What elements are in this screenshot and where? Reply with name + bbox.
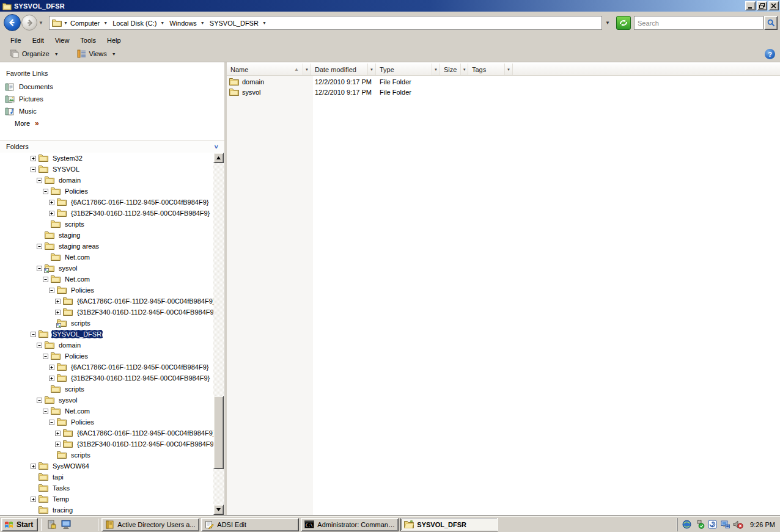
tree-item[interactable]: Tasks	[0, 483, 213, 494]
expand-plus-icon[interactable]	[31, 464, 36, 469]
tree-item-label[interactable]: {31B2F340-016D-11D2-945F-00C04FB984F9}	[70, 209, 211, 217]
tree-item[interactable]: scripts	[0, 384, 213, 395]
breadcrumb-dropdown-icon[interactable]: ▼	[262, 21, 267, 25]
tree-item[interactable]: Temp	[0, 494, 213, 505]
collapse-minus-icon[interactable]	[31, 167, 36, 172]
tree-item-label[interactable]: scripts	[70, 319, 92, 327]
collapse-minus-icon[interactable]	[43, 409, 48, 414]
server-manager-icon[interactable]	[45, 519, 58, 531]
tree-item[interactable]: tracing	[0, 505, 213, 515]
safely-remove-hardware-icon[interactable]	[694, 519, 705, 530]
column-filter-dropdown-icon[interactable]: ▼	[504, 64, 512, 75]
scroll-down-icon[interactable]	[213, 505, 224, 515]
recent-pages-dropdown-icon[interactable]: ▼	[39, 20, 43, 26]
forward-button[interactable]	[21, 15, 37, 31]
tree-item[interactable]: {31B2F340-016D-11D2-945F-00C04FB984F9}	[0, 373, 213, 384]
tree-item[interactable]: sysvol	[0, 263, 213, 274]
breadcrumb-item[interactable]: Computer▼	[68, 20, 110, 27]
expand-plus-icon[interactable]	[31, 497, 36, 502]
tree-item-label[interactable]: tapi	[51, 473, 65, 481]
collapse-minus-icon[interactable]	[37, 398, 42, 403]
tree-item-label[interactable]: sysvol	[57, 264, 79, 272]
collapse-minus-icon[interactable]	[37, 266, 42, 271]
tree-item[interactable]: SysWOW64	[0, 461, 213, 472]
search-button[interactable]	[764, 16, 778, 30]
favorite-links-more[interactable]: More»	[0, 117, 224, 129]
tree-item-label[interactable]: sysvol	[57, 396, 79, 404]
menu-view[interactable]: View	[50, 35, 75, 45]
breadcrumb-dropdown-icon[interactable]: ▼	[64, 21, 68, 25]
tree-item[interactable]: {6AC1786C-016F-11D2-945F-00C04fB984F9}	[0, 197, 213, 208]
tree-item[interactable]: Policies	[0, 351, 213, 362]
breadcrumb-dropdown-icon[interactable]: ▼	[160, 21, 164, 25]
tree-item[interactable]: Net.com	[0, 252, 213, 263]
collapse-minus-icon[interactable]	[49, 420, 54, 425]
tree-item[interactable]: domain	[0, 340, 213, 351]
tree-item[interactable]: Net.com	[0, 274, 213, 285]
collapse-minus-icon[interactable]	[43, 277, 48, 282]
restore-button[interactable]	[757, 1, 767, 10]
help-icon[interactable]: ?	[765, 49, 775, 59]
expand-plus-icon[interactable]	[55, 310, 61, 315]
tree-item[interactable]: tapi	[0, 472, 213, 483]
tree-item[interactable]: Policies	[0, 186, 213, 197]
tree-item[interactable]: {6AC1786C-016F-11D2-945F-00C04fB984F9}	[0, 296, 213, 307]
volume-muted-icon[interactable]	[733, 519, 743, 530]
tree-item-label[interactable]: {6AC1786C-016F-11D2-945F-00C04fB984F9}	[76, 297, 213, 305]
collapse-minus-icon[interactable]	[37, 343, 42, 348]
taskbar-button-active-directory-users-a[interactable]: Active Directory Users a...	[101, 518, 199, 531]
file-row[interactable]: domain12/2/2010 9:17 PMFile Folder	[227, 76, 780, 87]
file-name-cell[interactable]: domain	[227, 78, 311, 86]
tree-item[interactable]: SYSVOL_DFSR	[0, 329, 213, 340]
breadcrumb-dropdown-icon[interactable]: ▼	[201, 21, 205, 25]
tree-item-label[interactable]: staging areas	[57, 242, 100, 250]
tree-item-label[interactable]: System32	[51, 154, 84, 162]
taskbar-button-administrator-command[interactable]: C:\Administrator: Command...	[301, 518, 399, 531]
tree-item-label[interactable]: Policies	[70, 286, 95, 294]
tree-item-label[interactable]: SYSVOL	[51, 165, 81, 173]
collapse-minus-icon[interactable]	[43, 354, 48, 359]
tree-item-label[interactable]: Policies	[64, 352, 89, 360]
expand-plus-icon[interactable]	[49, 365, 54, 370]
favorite-link-documents[interactable]: Documents	[0, 81, 224, 93]
views-button[interactable]: Views ▼	[72, 48, 121, 60]
tree-item[interactable]: scripts	[0, 219, 213, 230]
tree-item[interactable]: staging areas	[0, 241, 213, 252]
taskbar-button-adsi-edit[interactable]: ADSI Edit	[201, 518, 299, 531]
address-history-dropdown-icon[interactable]: ▼	[605, 20, 610, 26]
column-header-size[interactable]: Size▼	[440, 64, 468, 75]
tree-item-label[interactable]: scripts	[64, 220, 86, 228]
tree-item-label[interactable]: tracing	[51, 506, 74, 514]
refresh-button[interactable]	[616, 16, 631, 30]
menu-tools[interactable]: Tools	[75, 35, 101, 45]
show-desktop-icon[interactable]	[60, 519, 73, 531]
organize-button[interactable]: Organize ▼	[5, 48, 64, 60]
tree-item-label[interactable]: {6AC1786C-016F-11D2-945F-00C04fB984F9}	[70, 363, 210, 371]
favorite-link-music[interactable]: Music	[0, 105, 224, 117]
tree-scrollbar[interactable]	[213, 153, 224, 515]
taskbar-button-sysvol-dfsr[interactable]: SYSVOL_DFSR	[400, 518, 498, 531]
tree-item[interactable]: {6AC1786C-016F-11D2-945F-00C04fB984F9}	[0, 362, 213, 373]
collapse-minus-icon[interactable]	[37, 178, 42, 183]
column-filter-dropdown-icon[interactable]: ▼	[303, 64, 311, 75]
breadcrumb-item[interactable]: SYSVOL_DFSR▼	[207, 20, 269, 27]
tree-item-label[interactable]: Net.com	[64, 407, 91, 415]
file-name-cell[interactable]: sysvol	[227, 88, 311, 96]
menu-file[interactable]: File	[5, 35, 27, 45]
file-row[interactable]: sysvol12/2/2010 9:17 PMFile Folder	[227, 87, 780, 97]
tree-item[interactable]: sysvol	[0, 395, 213, 406]
tree-item-label[interactable]: scripts	[64, 385, 86, 393]
tree-item-label[interactable]: Tasks	[51, 484, 71, 492]
tree-item-label[interactable]: {6AC1786C-016F-11D2-945F-00C04fB984F9}	[70, 198, 210, 206]
tree-item-label[interactable]: Net.com	[64, 275, 91, 283]
expand-plus-icon[interactable]	[31, 156, 36, 161]
column-header-tags[interactable]: Tags▼	[468, 64, 513, 75]
tree-item[interactable]: {31B2F340-016D-11D2-945F-00C04FB984F9}	[0, 208, 213, 219]
column-filter-dropdown-icon[interactable]: ▼	[460, 64, 468, 75]
back-button[interactable]	[4, 14, 21, 31]
tree-item-label[interactable]: {31B2F340-016D-11D2-945F-00C04FB984F9}	[76, 440, 213, 448]
tree-item[interactable]: SYSVOL	[0, 164, 213, 175]
tree-item-label[interactable]: {6AC1786C-016F-11D2-945F-00C04fB984F9}	[76, 429, 213, 437]
expand-plus-icon[interactable]	[49, 376, 54, 381]
menu-edit[interactable]: Edit	[27, 35, 50, 45]
